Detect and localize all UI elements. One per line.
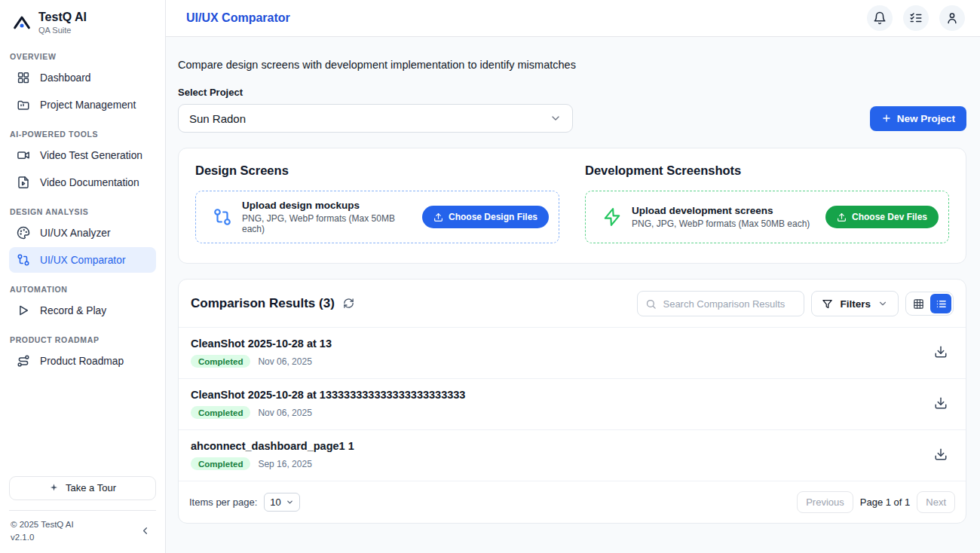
view-toggle	[905, 292, 954, 316]
funnel-icon	[822, 298, 833, 310]
refresh-button[interactable]	[343, 298, 355, 310]
play-icon	[17, 304, 30, 317]
section-label-product-roadmap: PRODUCT ROADMAP	[9, 335, 156, 344]
sidebar-item-record-play[interactable]: Record & Play	[9, 298, 156, 323]
dashboard-icon	[17, 71, 30, 84]
result-row: CleanShot 2025-10-28 at 1333333333333333…	[179, 378, 966, 429]
brand-subtitle: QA Suite	[38, 26, 87, 35]
dev-screenshots-title: Development Screenshots	[585, 163, 949, 178]
brand-logo-icon	[11, 11, 33, 34]
grid-view-icon	[913, 298, 924, 310]
design-upload-title: Upload design mockups	[242, 200, 412, 211]
sidebar-item-label: Dashboard	[40, 72, 91, 84]
pager: Previous Page 1 of 1 Next	[797, 491, 955, 513]
upload-icon	[433, 212, 443, 222]
choose-dev-files-label: Choose Dev Files	[852, 212, 927, 222]
new-project-button[interactable]: New Project	[870, 106, 966, 131]
folder-icon	[17, 98, 30, 112]
sidebar-item-dashboard[interactable]: Dashboard	[9, 65, 156, 90]
bell-icon	[873, 11, 887, 25]
previous-page-button[interactable]: Previous	[797, 491, 853, 513]
sidebar-footer: © 2025 TestQ AI v2.1.0	[9, 510, 156, 545]
dev-upload-title: Upload development screens	[632, 205, 810, 216]
sidebar-item-uiux-comparator[interactable]: UI/UX Comparator	[9, 247, 156, 273]
sidebar-item-label: Product Roadmap	[40, 356, 124, 367]
project-select[interactable]: Sun Radon	[178, 104, 573, 133]
sidebar-item-video-test-generation[interactable]: Video Test Generation	[9, 142, 156, 168]
profile-button[interactable]	[939, 5, 965, 31]
sidebar-item-label: Record & Play	[40, 305, 106, 316]
search-input[interactable]	[663, 298, 796, 310]
route-icon	[17, 354, 30, 368]
dev-upload-subtitle: PNG, JPG, WebP formats (Max 50MB each)	[632, 218, 810, 229]
results-controls: Filters	[637, 291, 954, 316]
section-label-ai-tools: AI-POWERED TOOLS	[9, 130, 156, 139]
palette-icon	[17, 226, 30, 240]
section-label-automation: AUTOMATION	[9, 285, 156, 294]
status-badge: Completed	[191, 457, 250, 470]
tasks-button[interactable]	[903, 5, 929, 31]
main-area: UI/UX Comparator Compare design screens …	[166, 0, 980, 553]
status-badge: Completed	[191, 406, 250, 419]
items-per-page-label: Items per page:	[189, 496, 257, 508]
chevron-down-icon	[286, 498, 294, 506]
download-button[interactable]	[934, 448, 949, 463]
result-title: CleanShot 2025-10-28 at 1333333333333333…	[191, 389, 465, 401]
filters-button[interactable]: Filters	[811, 291, 899, 316]
uploads-card: Design Screens Upload design mockups PNG…	[178, 148, 966, 264]
result-title: ahconnect_dashboard_page1 1	[191, 440, 354, 452]
results-title: Comparison Results (3)	[191, 296, 335, 311]
result-date: Nov 06, 2025	[258, 356, 311, 367]
result-date: Sep 16, 2025	[258, 459, 311, 469]
topbar-actions	[867, 5, 965, 31]
items-per-page-select[interactable]: 10	[264, 493, 299, 512]
select-project-label: Select Project	[178, 87, 966, 98]
zap-icon	[602, 207, 622, 227]
search-box	[637, 291, 804, 316]
list-view-button[interactable]	[930, 294, 951, 313]
page-info: Page 1 of 1	[860, 496, 911, 508]
topbar: UI/UX Comparator	[166, 0, 980, 37]
grid-view-button[interactable]	[908, 294, 929, 313]
chevron-left-icon	[139, 525, 151, 536]
sidebar: TestQ AI QA Suite OVERVIEW Dashboard Pro…	[0, 0, 166, 553]
git-compare-icon	[213, 207, 232, 227]
take-a-tour-button[interactable]: Take a Tour	[9, 476, 156, 500]
download-icon	[934, 345, 948, 359]
page-description: Compare design screens with development …	[178, 59, 966, 71]
brand: TestQ AI QA Suite	[9, 10, 156, 35]
sidebar-collapse-button[interactable]	[139, 524, 155, 539]
next-page-button[interactable]: Next	[917, 491, 955, 513]
user-icon	[945, 11, 959, 25]
sidebar-item-uiux-analyzer[interactable]: UI/UX Analyzer	[9, 220, 156, 246]
page-title: UI/UX Comparator	[186, 11, 290, 25]
sidebar-item-project-management[interactable]: Project Management	[9, 92, 156, 118]
download-button[interactable]	[934, 396, 949, 411]
file-play-icon	[17, 176, 30, 189]
dev-dropzone[interactable]: Upload development screens PNG, JPG, Web…	[585, 191, 949, 243]
refresh-icon	[343, 298, 354, 309]
result-row: CleanShot 2025-10-28 at 13 Completed Nov…	[179, 327, 966, 378]
dev-screenshots-column: Development Screenshots Upload developme…	[585, 163, 949, 243]
design-screens-title: Design Screens	[195, 163, 559, 178]
notifications-button[interactable]	[867, 5, 893, 31]
design-dropzone[interactable]: Upload design mockups PNG, JPG, WebP for…	[195, 191, 559, 243]
upload-icon	[837, 212, 847, 222]
new-project-label: New Project	[897, 113, 955, 124]
sidebar-item-product-roadmap[interactable]: Product Roadmap	[9, 348, 156, 374]
project-row: Sun Radon New Project	[178, 104, 966, 133]
plus-icon	[881, 113, 892, 124]
status-badge: Completed	[191, 355, 250, 368]
choose-dev-files-button[interactable]: Choose Dev Files	[825, 206, 939, 228]
copyright-text: © 2025 TestQ AI	[11, 518, 74, 531]
download-button[interactable]	[934, 345, 949, 360]
list-checks-icon	[909, 11, 923, 25]
design-upload-subtitle: PNG, JPG, WebP formats (Max 50MB each)	[242, 213, 412, 234]
filters-label: Filters	[840, 298, 871, 310]
choose-design-files-button[interactable]: Choose Design Files	[422, 206, 549, 228]
result-title: CleanShot 2025-10-28 at 13	[191, 338, 332, 350]
list-view-icon	[936, 298, 947, 310]
sidebar-item-label: UI/UX Comparator	[40, 255, 125, 266]
sidebar-item-video-documentation[interactable]: Video Documentation	[9, 170, 156, 195]
take-a-tour-label: Take a Tour	[66, 482, 116, 493]
